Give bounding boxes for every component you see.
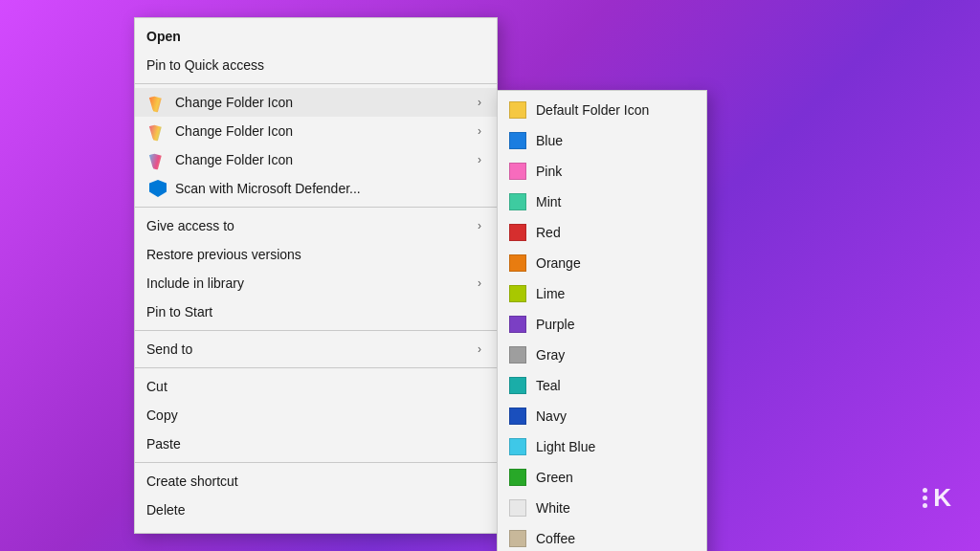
submenu-label-mint: Mint	[536, 194, 561, 209]
submenu-label-orange: Orange	[536, 255, 581, 271]
menu-item-delete[interactable]: Delete	[135, 496, 497, 524]
brush2-icon	[146, 121, 169, 141]
submenu-item-pink[interactable]: Pink	[498, 156, 706, 187]
submenu-label-blue: Blue	[536, 133, 563, 148]
submenu-label-purple: Purple	[536, 317, 574, 332]
menu-item-change-folder-icon-3[interactable]: Change Folder Icon ›	[135, 145, 497, 174]
logo-dots	[923, 488, 927, 508]
submenu-label-light-blue: Light Blue	[536, 439, 595, 454]
color-swatch-green	[509, 469, 526, 486]
submenu-item-orange[interactable]: Orange	[498, 248, 706, 278]
submenu-label-default-folder: Default Folder Icon	[536, 102, 649, 118]
color-swatch-gray	[509, 346, 526, 364]
color-swatch-white	[509, 499, 526, 517]
arrow-icon-2: ›	[478, 124, 481, 138]
color-swatch-orange	[509, 254, 526, 272]
submenu-item-default-folder[interactable]: Default Folder Icon	[498, 95, 706, 125]
color-swatch-teal	[509, 377, 526, 394]
color-swatch-red	[509, 224, 526, 241]
arrow-icon-1: ›	[478, 96, 481, 109]
arrow-icon-include-library: ›	[478, 276, 481, 290]
submenu-item-red[interactable]: Red	[498, 217, 706, 248]
menu-item-include-library[interactable]: Include in library ›	[135, 269, 497, 298]
submenu-item-mint[interactable]: Mint	[498, 187, 706, 217]
menu-item-cut[interactable]: Cut	[135, 372, 497, 401]
logo-dot-2	[923, 496, 927, 500]
menu-item-copy[interactable]: Copy	[135, 401, 497, 430]
menu-item-pin-start[interactable]: Pin to Start	[135, 298, 497, 326]
color-swatch-light-blue	[509, 438, 526, 455]
separator-5	[135, 462, 497, 463]
submenu-label-red: Red	[536, 225, 561, 240]
brush1-icon	[146, 93, 169, 112]
separator-2	[135, 207, 497, 208]
arrow-icon-give-access: ›	[478, 219, 481, 232]
color-swatch-pink	[509, 163, 526, 180]
submenu-item-purple[interactable]: Purple	[498, 309, 706, 340]
menu-item-restore-versions[interactable]: Restore previous versions	[135, 240, 497, 269]
color-swatch-mint	[509, 193, 526, 210]
context-menu: Open Pin to Quick access Change Folder I…	[134, 17, 498, 534]
menu-item-give-access[interactable]: Give access to ›	[135, 211, 497, 240]
submenu-label-teal: Teal	[536, 378, 561, 393]
menu-item-paste[interactable]: Paste	[135, 430, 497, 458]
submenu-item-teal[interactable]: Teal	[498, 370, 706, 401]
submenu-item-blue[interactable]: Blue	[498, 125, 706, 156]
separator-4	[135, 367, 497, 368]
logo-dot-3	[923, 503, 927, 508]
brush3-icon	[146, 150, 169, 169]
arrow-icon-3: ›	[478, 153, 481, 166]
color-swatch-purple	[509, 316, 526, 333]
color-submenu: Default Folder Icon Blue Pink Mint Red O…	[497, 90, 707, 551]
submenu-label-lime: Lime	[536, 286, 565, 301]
color-swatch-blue	[509, 132, 526, 149]
knowtechie-logo: K	[923, 483, 951, 513]
submenu-label-navy: Navy	[536, 408, 567, 424]
context-menu-container: Open Pin to Quick access Change Folder I…	[134, 17, 498, 534]
submenu-label-green: Green	[536, 470, 573, 485]
color-swatch-lime	[509, 285, 526, 302]
logo-letter: K	[933, 483, 951, 513]
submenu-item-light-blue[interactable]: Light Blue	[498, 431, 706, 462]
submenu-item-navy[interactable]: Navy	[498, 401, 706, 431]
submenu-item-lime[interactable]: Lime	[498, 278, 706, 309]
menu-item-send-to[interactable]: Send to ›	[135, 335, 497, 364]
arrow-icon-send-to: ›	[478, 342, 481, 356]
submenu-item-gray[interactable]: Gray	[498, 340, 706, 370]
defender-icon	[146, 179, 169, 198]
menu-item-open[interactable]: Open	[135, 22, 497, 51]
menu-item-pin-quick-access[interactable]: Pin to Quick access	[135, 51, 497, 79]
menu-item-change-folder-icon-1[interactable]: Change Folder Icon ›	[135, 88, 497, 117]
separator-1	[135, 83, 497, 84]
submenu-item-white[interactable]: White	[498, 493, 706, 523]
color-swatch-default	[509, 101, 526, 119]
submenu-label-coffee: Coffee	[536, 531, 575, 546]
color-swatch-navy	[509, 408, 526, 425]
menu-item-scan-defender[interactable]: Scan with Microsoft Defender...	[135, 174, 497, 203]
submenu-label-pink: Pink	[536, 164, 562, 179]
color-swatch-coffee	[509, 530, 526, 547]
separator-3	[135, 330, 497, 331]
submenu-label-white: White	[536, 500, 570, 516]
submenu-label-gray: Gray	[536, 347, 565, 363]
menu-item-change-folder-icon-2[interactable]: Change Folder Icon ›	[135, 117, 497, 145]
menu-item-create-shortcut[interactable]: Create shortcut	[135, 467, 497, 496]
submenu-item-coffee[interactable]: Coffee	[498, 523, 706, 551]
submenu-item-green[interactable]: Green	[498, 462, 706, 493]
logo-dot-1	[923, 488, 927, 493]
